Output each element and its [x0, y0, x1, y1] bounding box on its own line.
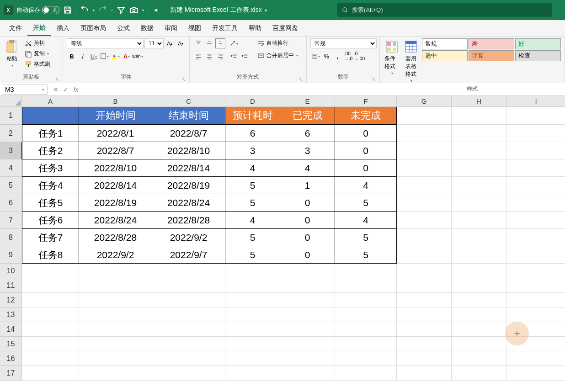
cell[interactable]: 5 — [225, 194, 280, 212]
redo-icon[interactable] — [98, 5, 107, 15]
cell[interactable] — [397, 246, 452, 264]
cell[interactable] — [79, 264, 152, 278]
menu-item-9[interactable]: 帮助 — [243, 20, 267, 36]
cell[interactable]: 任务8 — [22, 246, 79, 264]
cell[interactable] — [452, 142, 506, 159]
autosave-toggle[interactable]: 自动保存 关 — [16, 6, 59, 14]
cell[interactable] — [225, 278, 280, 293]
cell[interactable]: 任务1 — [22, 125, 79, 142]
cell[interactable] — [506, 212, 565, 229]
increase-decimal-icon[interactable]: .00→.0 — [343, 51, 353, 61]
cell[interactable] — [335, 322, 397, 337]
cell[interactable] — [335, 278, 397, 293]
cell[interactable] — [335, 366, 397, 381]
cell[interactable] — [152, 278, 225, 293]
cell[interactable] — [452, 351, 506, 366]
cell[interactable]: 2022/8/10 — [152, 142, 225, 159]
cell[interactable]: 2022/8/28 — [79, 229, 152, 246]
cell[interactable]: 结束时间 — [152, 107, 225, 125]
cell[interactable] — [397, 293, 452, 307]
underline-button[interactable]: U▾ — [89, 51, 99, 61]
filename[interactable]: 新建 Microsoft Excel 工作表.xlsx▾ — [170, 6, 267, 14]
decrease-decimal-icon[interactable]: .0→.00 — [354, 51, 364, 61]
cell[interactable]: 4 — [225, 212, 280, 229]
cell[interactable] — [452, 212, 506, 229]
col-header[interactable]: A — [22, 96, 79, 107]
cell[interactable]: 4 — [335, 177, 397, 194]
cell[interactable] — [506, 337, 565, 351]
cell[interactable] — [452, 107, 506, 125]
cell[interactable]: 2022/8/10 — [79, 159, 152, 177]
row-header[interactable]: 17 — [0, 366, 22, 381]
cell[interactable]: 未完成 — [335, 107, 397, 125]
border-button[interactable]: ▾ — [100, 51, 110, 61]
menu-item-2[interactable]: 插入 — [51, 20, 75, 36]
cell[interactable] — [397, 307, 452, 322]
cell[interactable]: 2022/8/19 — [79, 194, 152, 212]
cell[interactable] — [335, 307, 397, 322]
cell[interactable] — [79, 307, 152, 322]
cell[interactable]: 5 — [335, 194, 397, 212]
cell[interactable]: 2022/8/28 — [152, 212, 225, 229]
cell[interactable] — [22, 107, 79, 125]
col-header[interactable]: E — [280, 96, 335, 107]
cell[interactable] — [506, 177, 565, 194]
cell[interactable] — [280, 293, 335, 307]
cell[interactable]: 任务6 — [22, 212, 79, 229]
cell[interactable]: 1 — [280, 177, 335, 194]
cell[interactable] — [452, 194, 506, 212]
cell[interactable]: 2022/8/14 — [152, 159, 225, 177]
row-header[interactable]: 8 — [0, 229, 22, 246]
enter-icon[interactable]: ✓ — [61, 85, 70, 94]
font-color-button[interactable]: A▾ — [122, 51, 132, 61]
cell[interactable] — [335, 337, 397, 351]
cell[interactable]: 4 — [225, 159, 280, 177]
col-header[interactable]: B — [79, 96, 152, 107]
name-box[interactable]: M3▾ — [2, 85, 48, 95]
undo-icon[interactable] — [80, 5, 89, 15]
cell[interactable] — [152, 322, 225, 337]
increase-indent-icon[interactable] — [240, 51, 250, 61]
cell[interactable] — [152, 307, 225, 322]
cell[interactable] — [452, 264, 506, 278]
cell[interactable]: 3 — [225, 142, 280, 159]
cell[interactable] — [452, 159, 506, 177]
cell[interactable] — [79, 351, 152, 366]
cell[interactable]: 2022/8/24 — [152, 194, 225, 212]
cell[interactable] — [79, 278, 152, 293]
cell[interactable]: 2022/9/2 — [79, 246, 152, 264]
cell[interactable] — [225, 337, 280, 351]
row-header[interactable]: 5 — [0, 177, 22, 194]
cell[interactable] — [22, 264, 79, 278]
menu-item-0[interactable]: 文件 — [4, 20, 27, 36]
col-header[interactable]: I — [506, 96, 565, 107]
cell[interactable] — [452, 229, 506, 246]
cell[interactable] — [335, 293, 397, 307]
format-as-table-button[interactable]: 套用 表格格式▾ — [403, 38, 419, 84]
fx-icon[interactable]: fx — [71, 85, 80, 94]
cell[interactable] — [225, 366, 280, 381]
cell[interactable] — [22, 322, 79, 337]
row-header[interactable]: 13 — [0, 307, 22, 322]
cell[interactable] — [225, 293, 280, 307]
cell[interactable] — [79, 322, 152, 337]
row-header[interactable]: 15 — [0, 337, 22, 351]
row-header[interactable]: 2 — [0, 125, 22, 142]
cell[interactable]: 任务2 — [22, 142, 79, 159]
cell[interactable] — [79, 337, 152, 351]
save-icon[interactable] — [63, 5, 72, 15]
cell[interactable] — [397, 264, 452, 278]
row-header[interactable]: 1 — [0, 107, 22, 125]
cell[interactable] — [397, 322, 452, 337]
copy-button[interactable]: 复制▾ — [23, 49, 52, 58]
cell[interactable] — [506, 293, 565, 307]
cell[interactable] — [506, 229, 565, 246]
cell[interactable] — [152, 366, 225, 381]
col-header[interactable]: C — [152, 96, 225, 107]
cell[interactable] — [506, 125, 565, 142]
bold-button[interactable]: B — [67, 51, 77, 61]
cell[interactable] — [22, 278, 79, 293]
align-center-icon[interactable] — [204, 51, 214, 61]
cancel-icon[interactable]: ✕ — [51, 85, 60, 94]
row-header[interactable]: 14 — [0, 322, 22, 337]
